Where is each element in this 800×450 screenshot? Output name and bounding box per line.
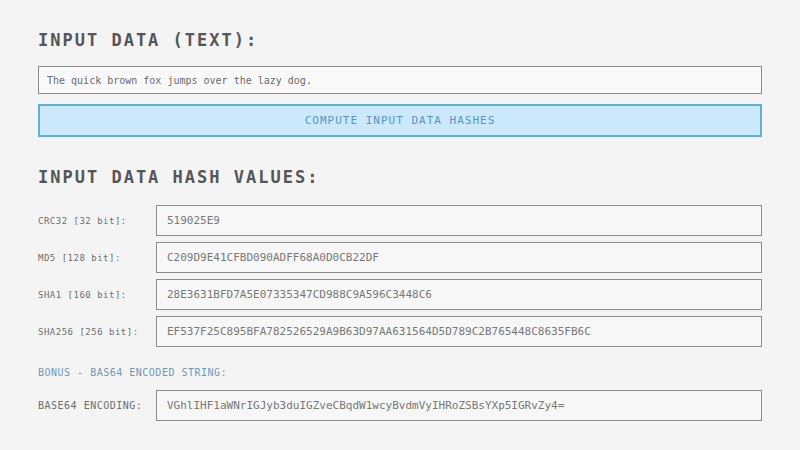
hash-row-base64: BASE64 ENCODING:	[38, 390, 762, 421]
bonus-base64-title: BONUS - BAS64 ENCODED STRING:	[38, 367, 762, 378]
hash-row-md5: MD5 [128 bit]:	[38, 242, 762, 273]
crc32-label: CRC32 [32 bit]:	[38, 216, 156, 226]
base64-value-field[interactable]	[156, 390, 762, 421]
md5-label: MD5 [128 bit]:	[38, 253, 156, 263]
input-data-title: INPUT DATA (TEXT):	[38, 30, 762, 50]
hash-row-sha256: SHA256 [256 bit]:	[38, 316, 762, 347]
md5-value-field[interactable]	[156, 242, 762, 273]
hash-tool-page: INPUT DATA (TEXT): COMPUTE INPUT DATA HA…	[0, 0, 800, 450]
base64-label: BASE64 ENCODING:	[38, 400, 156, 411]
sha1-label: SHA1 [160 bit]:	[38, 290, 156, 300]
hash-values-title: INPUT DATA HASH VALUES:	[38, 167, 762, 187]
sha256-value-field[interactable]	[156, 316, 762, 347]
hash-row-sha1: SHA1 [160 bit]:	[38, 279, 762, 310]
hash-row-crc32: CRC32 [32 bit]:	[38, 205, 762, 236]
sha256-label: SHA256 [256 bit]:	[38, 327, 156, 337]
sha1-value-field[interactable]	[156, 279, 762, 310]
compute-hashes-button[interactable]: COMPUTE INPUT DATA HASHES	[38, 104, 762, 137]
crc32-value-field[interactable]	[156, 205, 762, 236]
input-data-field[interactable]	[38, 66, 762, 94]
